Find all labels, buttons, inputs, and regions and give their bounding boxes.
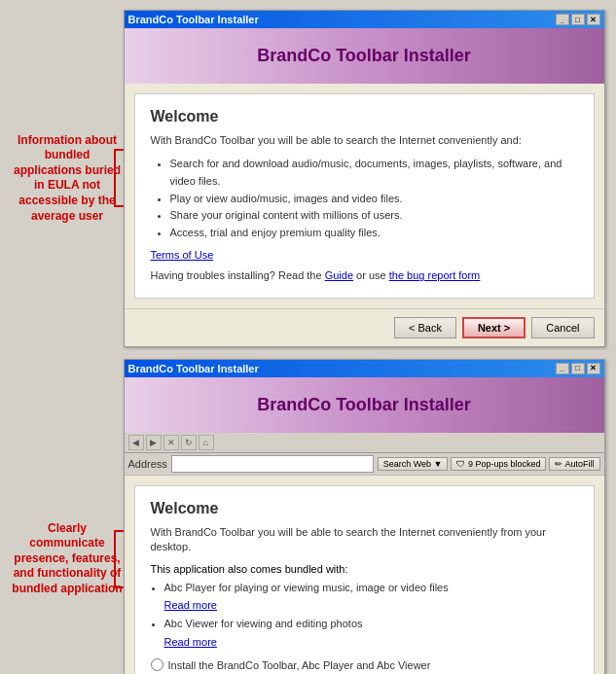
radio-row-1: Install the BrandCo Toolbar, Abc Player … [151, 658, 578, 671]
maximize-button[interactable]: □ [571, 14, 585, 25]
refresh-nav-button[interactable]: ↻ [181, 435, 197, 450]
terms-of-use-link[interactable]: Terms of Use [151, 249, 578, 261]
feature-item: Search for and download audio/music, doc… [170, 156, 578, 190]
browser-toolbar: ◀ ▶ ✕ ↻ ⌂ [125, 433, 604, 453]
next-button[interactable]: Next > [462, 317, 525, 338]
feature-item: Access, trial and enjoy premium quality … [170, 225, 578, 242]
window2-section: Clearly communicate presence, features, … [12, 359, 605, 674]
annotation2-bracket [114, 530, 124, 588]
autofill-button[interactable]: ✏ AutoFill [549, 457, 599, 471]
minimize-button[interactable]: _ [556, 363, 569, 374]
nav-buttons: ◀ ▶ ✕ ↻ ⌂ [128, 435, 214, 450]
bug-report-link[interactable]: the bug report form [389, 269, 481, 281]
help-text: Having troubles installing? Read the Gui… [151, 268, 578, 283]
forward-nav-button[interactable]: ▶ [146, 435, 162, 450]
toolbar-action-buttons: Search Web ▼ 🛡 9 Pop-ups blocked ✏ AutoF… [378, 457, 600, 471]
bundled-item-2: Abc Viewer for viewing and editing photo… [164, 615, 578, 651]
back-nav-button[interactable]: ◀ [128, 435, 144, 450]
close-button[interactable]: ✕ [587, 14, 600, 25]
welcome-heading-2: Welcome [151, 500, 578, 517]
annotation1-bracket [114, 149, 124, 207]
window2-titlebar-buttons: _ □ ✕ [556, 363, 600, 374]
popups-blocked-button[interactable]: 🛡 9 Pop-ups blocked [451, 457, 546, 471]
window2-header-title: BrandCo Toolbar Installer [144, 395, 585, 415]
window2-content: Welcome With BrandCo Toolbar you will be… [134, 485, 595, 674]
home-nav-button[interactable]: ⌂ [199, 435, 214, 450]
bundled-list: Abc Player for playing or viewing music,… [164, 579, 578, 652]
back-button[interactable]: < Back [394, 317, 456, 338]
stop-nav-button[interactable]: ✕ [163, 435, 179, 450]
window1-section: Information about bundled applications b… [12, 10, 605, 347]
intro-text: With BrandCo Toolbar you will be able to… [151, 133, 578, 148]
intro-text-2: With BrandCo Toolbar you will be able to… [151, 525, 578, 555]
minimize-button[interactable]: _ [556, 14, 569, 25]
window1-button-bar: < Back Next > Cancel [125, 308, 604, 346]
welcome-heading: Welcome [151, 108, 578, 125]
window2-titlebar: BrandCo Toolbar Installer _ □ ✕ [125, 360, 604, 377]
annotation2-label: Clearly communicate presence, features, … [12, 359, 124, 674]
feature-item: Play or view audio/music, images and vid… [170, 191, 578, 208]
bundled-item-1: Abc Player for playing or viewing music,… [164, 579, 578, 615]
window1: BrandCo Toolbar Installer _ □ ✕ BrandCo … [124, 10, 605, 347]
window2-title: BrandCo Toolbar Installer [128, 363, 259, 374]
close-button[interactable]: ✕ [587, 363, 600, 374]
feature-item: Share your original content with million… [170, 207, 578, 225]
address-input[interactable] [171, 455, 374, 473]
read-more-link-1[interactable]: Read more [164, 599, 217, 611]
maximize-button[interactable]: □ [571, 363, 585, 374]
bundled-heading: This application also comes bundled with… [151, 563, 578, 575]
read-more-link-2[interactable]: Read more [164, 636, 217, 648]
guide-link[interactable]: Guide [325, 269, 353, 281]
radio-install-all[interactable] [151, 658, 163, 671]
window1-titlebar-buttons: _ □ ✕ [556, 14, 600, 25]
window2: BrandCo Toolbar Installer _ □ ✕ BrandCo … [124, 359, 605, 674]
address-label: Address [128, 458, 167, 470]
window1-titlebar: BrandCo Toolbar Installer _ □ ✕ [125, 11, 604, 28]
search-web-button[interactable]: Search Web ▼ [378, 457, 449, 471]
window1-content: Welcome With BrandCo Toolbar you will be… [134, 93, 595, 299]
bundled-section: This application also comes bundled with… [151, 563, 578, 652]
radio-group: Install the BrandCo Toolbar, Abc Player … [151, 658, 578, 674]
window1-title: BrandCo Toolbar Installer [128, 14, 259, 25]
window1-header: BrandCo Toolbar Installer [125, 28, 604, 84]
feature-list: Search for and download audio/music, doc… [170, 156, 578, 241]
window2-header: BrandCo Toolbar Installer [125, 377, 604, 433]
window1-header-title: BrandCo Toolbar Installer [144, 46, 585, 66]
address-bar-row: Address Search Web ▼ 🛡 9 Pop-ups blocked… [125, 453, 604, 476]
cancel-button[interactable]: Cancel [531, 317, 594, 338]
annotation1-label: Information about bundled applications b… [12, 10, 124, 347]
radio-label-1: Install the BrandCo Toolbar, Abc Player … [168, 659, 431, 671]
